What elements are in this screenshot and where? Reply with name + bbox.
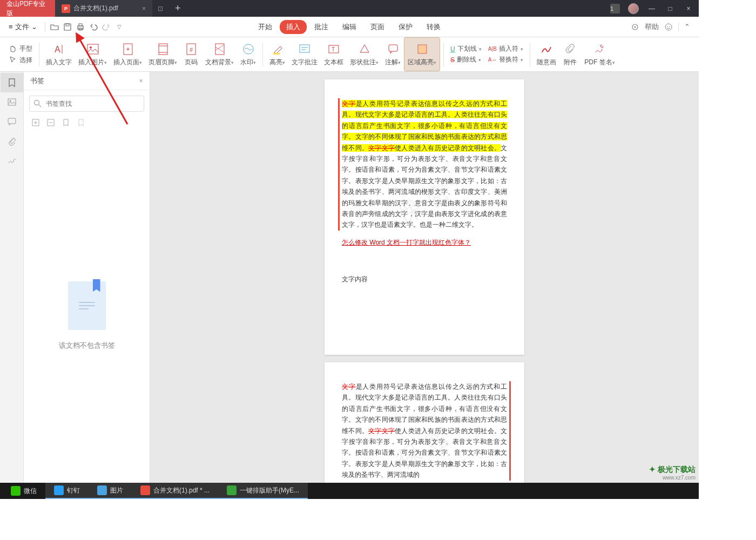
rail-signatures[interactable] (1, 151, 23, 170)
qa-more-dropdown[interactable]: ▽ (113, 21, 125, 33)
settings-icon[interactable] (631, 23, 639, 31)
pdf-page-1[interactable]: 保 密 文字是人类用符号记录表达信息以传之久远的方式和工具。现代文字大多是记录语… (325, 79, 524, 355)
presentation-mode-icon[interactable]: ⊡ (158, 5, 163, 12)
svg-rect-12 (87, 44, 98, 54)
rail-comments[interactable] (1, 112, 23, 131)
ribbon-页眉页脚[interactable]: 页眉页脚▾ (145, 37, 180, 71)
bookmark-search-input[interactable] (29, 96, 144, 112)
feedback-icon[interactable] (664, 23, 673, 31)
menu-tab-3[interactable]: 编辑 (336, 20, 363, 34)
cursor-icon (9, 56, 17, 64)
taskbar-item-1[interactable]: 钉钉 (45, 483, 89, 499)
ribbon-附件[interactable]: 附件 (559, 37, 581, 71)
new-tab-button[interactable]: + (168, 0, 187, 17)
ribbon-文本框[interactable]: T文本框 (321, 37, 347, 71)
svg-point-33 (35, 100, 39, 105)
printer-icon (76, 23, 85, 31)
taskbar-item-3[interactable]: 合并文档(1).pdf * ... (132, 483, 218, 499)
bm-tool-add[interactable] (62, 118, 70, 127)
bookmark-empty-text: 该文档不包含书签 (59, 341, 115, 350)
undo-button[interactable] (87, 21, 99, 33)
svg-rect-20 (215, 44, 224, 55)
rail-attachments[interactable] (1, 131, 23, 151)
svg-point-7 (665, 24, 672, 30)
menu-tab-0[interactable]: 开始 (252, 20, 279, 34)
hamburger-menu[interactable]: ≡ 文件 ⌄ (4, 22, 42, 32)
select-tool[interactable]: 选择 (9, 56, 32, 65)
save-button[interactable] (62, 21, 73, 33)
taskbar-item-4[interactable]: 一键排版助手(MyE... (218, 483, 308, 499)
empty-bookmark-illustration (68, 281, 106, 330)
svg-rect-28 (389, 45, 397, 51)
hand-tool[interactable]: 手型 (9, 44, 32, 53)
ribbon-形状批注[interactable]: 形状批注▾ (347, 37, 382, 71)
replace-mark-tool[interactable]: A↔替换符▾ (488, 55, 524, 64)
bm-tool-collapse[interactable] (46, 118, 55, 127)
strikethrough-tool[interactable]: S删除线▾ (450, 55, 481, 64)
ribbon-页码[interactable]: #页码 (180, 37, 202, 71)
document-hyperlink[interactable]: 怎么修改 Word 文档一打字就出现红色字体？ (342, 239, 471, 246)
notification-badge[interactable]: 1 (607, 0, 623, 17)
svg-point-31 (9, 100, 11, 102)
bookmark-panel-close[interactable]: × (139, 77, 143, 85)
help-button[interactable]: 帮助 (645, 22, 659, 32)
ribbon-插入页面[interactable]: 插入页面▾ (110, 37, 145, 71)
bm-tool-expand[interactable] (31, 118, 40, 127)
ribbon-文档背景[interactable]: 文档背景▾ (202, 37, 237, 71)
insert-mark-tool[interactable]: A|B插入符▾ (488, 44, 523, 53)
ribbon-区域高亮[interactable]: 区域高亮▾ (404, 37, 440, 71)
document-viewport[interactable]: 保 密 文字是人类用符号记录表达信息以传之久远的方式和工具。现代文字大多是记录语… (150, 72, 699, 499)
redo-button[interactable] (100, 21, 112, 33)
underline-tool[interactable]: U下划线▾ (450, 44, 482, 53)
ribbon-插入文字[interactable]: A插入文字 (43, 37, 75, 71)
rail-bookmarks[interactable] (1, 73, 23, 92)
print-button[interactable] (75, 21, 86, 33)
menu-tab-6[interactable]: 转换 (420, 20, 447, 34)
pdf-file-icon: P (62, 4, 70, 13)
save-icon (63, 23, 72, 31)
bm-tool-delete[interactable] (77, 118, 85, 127)
svg-point-13 (90, 46, 92, 49)
svg-rect-23 (300, 45, 309, 52)
undo-icon (89, 23, 98, 31)
menu-tab-2[interactable]: 批注 (308, 20, 335, 34)
taskbar-item-0[interactable]: 微信 (2, 483, 45, 499)
bookmark-icon (7, 78, 17, 87)
search-icon (33, 99, 42, 107)
menu-tab-1[interactable]: 插入 (280, 20, 307, 34)
svg-rect-22 (273, 53, 280, 55)
redo-icon (102, 23, 111, 31)
ribbon-高亮[interactable]: 高亮▾ (266, 37, 288, 71)
window-close[interactable]: × (680, 0, 697, 17)
pdf-page-2[interactable]: 保 密 文字是人类用符号记录表达信息以传之久远的方式和工具。现代文字大多是记录语… (325, 362, 524, 499)
user-avatar[interactable] (625, 0, 642, 17)
rail-thumbnails[interactable] (1, 92, 23, 112)
tab-close-icon[interactable]: × (131, 5, 146, 12)
image-icon (7, 97, 17, 107)
menu-tab-4[interactable]: 页面 (364, 20, 391, 34)
ribbon-文字批注[interactable]: 文字批注 (288, 37, 321, 71)
svg-rect-0 (64, 24, 71, 30)
tab-document-label: 合并文档(1).pdf (73, 4, 118, 13)
svg-rect-29 (418, 45, 427, 53)
paperclip-icon (7, 136, 17, 146)
ribbon-插入图片[interactable]: 插入图片▾ (75, 37, 110, 71)
windows-taskbar: 微信钉钉图片合并文档(1).pdf * ...一键排版助手(MyE... (0, 483, 699, 499)
ribbon-注解[interactable]: 注解▾ (382, 37, 404, 71)
svg-text:T: T (332, 46, 335, 52)
signature-icon (7, 156, 17, 165)
menu-tab-5[interactable]: 保护 (392, 20, 419, 34)
ribbon-随意画[interactable]: 随意画 (534, 37, 559, 71)
tab-document[interactable]: P 合并文档(1).pdf × (55, 0, 152, 17)
svg-text:#: # (190, 46, 193, 53)
hand-icon (9, 44, 17, 53)
ribbon-PDF 签名[interactable]: PDF 签名▾ (581, 37, 618, 71)
window-maximize[interactable]: □ (662, 0, 678, 17)
tab-home[interactable]: 金山PDF专业版 (0, 0, 55, 17)
collapse-ribbon[interactable]: ⌃ (684, 23, 690, 31)
window-minimize[interactable]: — (644, 0, 660, 17)
ribbon-水印[interactable]: 水印▾ (237, 37, 259, 71)
svg-text:A: A (55, 45, 60, 54)
open-file-button[interactable] (49, 21, 60, 33)
taskbar-item-2[interactable]: 图片 (89, 483, 132, 499)
